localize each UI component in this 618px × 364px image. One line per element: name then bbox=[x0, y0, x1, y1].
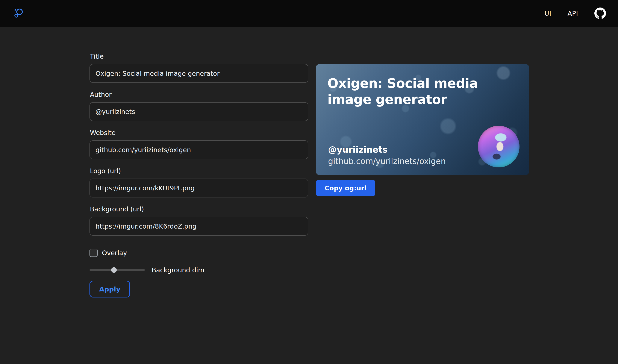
generator-form: Title Author Website Logo (url) Backgrou… bbox=[90, 52, 308, 298]
background-dim-label: Background dim bbox=[152, 266, 204, 274]
nav-link-ui[interactable]: UI bbox=[544, 10, 551, 17]
background-dim-row: Background dim bbox=[90, 265, 308, 275]
dim-slider-thumb[interactable] bbox=[111, 267, 117, 273]
oxigen-logo-icon bbox=[13, 7, 25, 20]
background-url-label: Background (url) bbox=[90, 205, 308, 213]
preview-section: Oxigen: Social media image generator @yu… bbox=[316, 64, 529, 298]
website-input[interactable] bbox=[90, 140, 308, 159]
preview-card: Oxigen: Social media image generator @yu… bbox=[316, 64, 529, 175]
preview-website: github.com/yuriizinets/oxigen bbox=[328, 157, 446, 166]
background-url-input[interactable] bbox=[90, 217, 308, 236]
website-label: Website bbox=[90, 129, 308, 137]
author-input[interactable] bbox=[90, 102, 308, 121]
title-label: Title bbox=[90, 52, 308, 61]
overlay-label: Overlay bbox=[102, 249, 127, 257]
apply-button[interactable]: Apply bbox=[90, 281, 130, 298]
logo-url-label: Logo (url) bbox=[90, 167, 308, 175]
background-dim-slider[interactable] bbox=[90, 267, 145, 273]
preview-title: Oxigen: Social media image generator bbox=[327, 75, 518, 107]
preview-logo-avatar bbox=[478, 126, 519, 167]
copy-ogurl-button[interactable]: Copy og:url bbox=[316, 180, 375, 196]
github-icon[interactable] bbox=[594, 8, 606, 19]
main-content: Title Author Website Logo (url) Backgrou… bbox=[0, 26, 618, 298]
logo-url-input[interactable] bbox=[90, 179, 308, 197]
overlay-row: Overlay bbox=[90, 248, 308, 257]
overlay-checkbox[interactable] bbox=[90, 249, 98, 257]
preview-meta: @yuriizinets github.com/yuriizinets/oxig… bbox=[328, 145, 446, 166]
slider-track[interactable] bbox=[90, 269, 145, 271]
title-input[interactable] bbox=[90, 64, 308, 83]
app-logo[interactable] bbox=[13, 7, 25, 20]
navbar: UI API bbox=[0, 0, 618, 26]
nav-link-api[interactable]: API bbox=[567, 10, 578, 17]
preview-author: @yuriizinets bbox=[328, 145, 446, 155]
navbar-links: UI API bbox=[544, 8, 606, 19]
author-label: Author bbox=[90, 91, 308, 99]
